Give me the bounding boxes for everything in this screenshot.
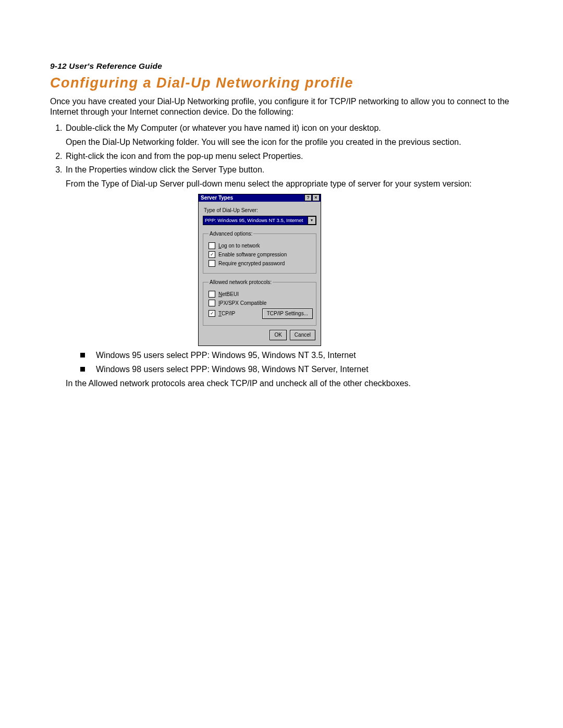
step-2-text: Right-click the icon and from the pop-up…	[66, 152, 303, 161]
bullet-win98: Windows 98 users select PPP: Windows 98,…	[80, 364, 513, 375]
protocols-legend: Allowed network protocols:	[209, 279, 273, 286]
encrypt-label-pre: Require	[218, 261, 238, 266]
after-bullets-text: In the Allowed network protocols area ch…	[66, 378, 513, 389]
chevron-down-icon[interactable]: ▾	[308, 216, 316, 225]
bullet-win95: Windows 95 users select PPP: Windows 95,…	[80, 350, 513, 361]
compression-label-post: ompression	[260, 252, 287, 257]
intro-paragraph: Once you have created your Dial-Up Netwo…	[50, 96, 513, 118]
bullet-win95-text: Windows 95 users select PPP: Windows 95,…	[96, 351, 356, 360]
logon-checkbox[interactable]	[209, 242, 215, 249]
encrypt-checkbox[interactable]	[209, 260, 215, 267]
advanced-options-group: Advanced options: Log on to network Enab…	[203, 230, 316, 274]
protocols-group: Allowed network protocols: NetBEUI IPX/S…	[203, 279, 316, 326]
compression-label: Enable software compression	[218, 251, 287, 258]
dialog-title: Server Types	[201, 194, 233, 201]
section-title: Configuring a Dial-Up Networking profile	[50, 75, 513, 91]
logon-label: Log on to network	[218, 242, 260, 249]
ipxspx-checkbox[interactable]	[209, 300, 215, 306]
dialog-titlebar: Server Types ? ×	[199, 194, 321, 202]
compression-label-pre: Enable software	[218, 252, 258, 257]
document-page: 9-12 User's Reference Guide Configuring …	[0, 0, 563, 389]
cancel-button[interactable]: Cancel	[290, 330, 315, 340]
ipxspx-label: IPX/SPX Compatible	[218, 300, 266, 306]
compression-checkbox[interactable]	[209, 251, 215, 258]
step-1: Double-click the My Computer (or whateve…	[65, 123, 513, 148]
step-3: In the Properties window click the Serve…	[65, 165, 513, 389]
step-1b-text: Open the Dial-Up Networking folder. You …	[66, 137, 513, 148]
server-type-combo[interactable]: PPP: Windows 95, Windows NT 3.5, Interne…	[203, 216, 316, 225]
step-3a-text: In the Properties window click the Serve…	[66, 165, 264, 174]
step-1a-text: Double-click the My Computer (or whateve…	[66, 124, 381, 132]
netbeui-label: NetBEUI	[218, 291, 239, 298]
type-label: Type of Dial-Up Server:	[204, 207, 316, 214]
help-icon[interactable]: ?	[304, 194, 312, 201]
close-icon[interactable]: ×	[312, 194, 320, 201]
ok-button[interactable]: OK	[270, 330, 286, 340]
page-header: 9-12 User's Reference Guide	[50, 61, 513, 71]
server-types-dialog: Server Types ? × Type of Dial-Up Server:…	[198, 194, 320, 346]
tcpip-settings-button[interactable]: TCP/IP Settings...	[262, 309, 313, 319]
step-list: Double-click the My Computer (or whateve…	[50, 123, 513, 389]
advanced-legend: Advanced options:	[209, 230, 253, 237]
encrypt-label-post: ncrypted password	[241, 261, 285, 266]
encrypt-label: Require encrypted password	[218, 260, 285, 267]
step-3b-text: From the Type of Dial-up Server pull-dow…	[66, 179, 513, 190]
bullet-list: Windows 95 users select PPP: Windows 95,…	[66, 350, 513, 375]
step-2: Right-click the icon and from the pop-up…	[65, 151, 513, 162]
dialog-button-row: OK Cancel	[203, 328, 316, 342]
server-type-value: PPP: Windows 95, Windows NT 3.5, Interne…	[205, 217, 303, 224]
bullet-win98-text: Windows 98 users select PPP: Windows 98,…	[96, 365, 369, 374]
tcpip-checkbox[interactable]	[209, 310, 215, 317]
tcpip-label: TCP/IP	[218, 310, 235, 317]
netbeui-checkbox[interactable]	[209, 291, 215, 298]
